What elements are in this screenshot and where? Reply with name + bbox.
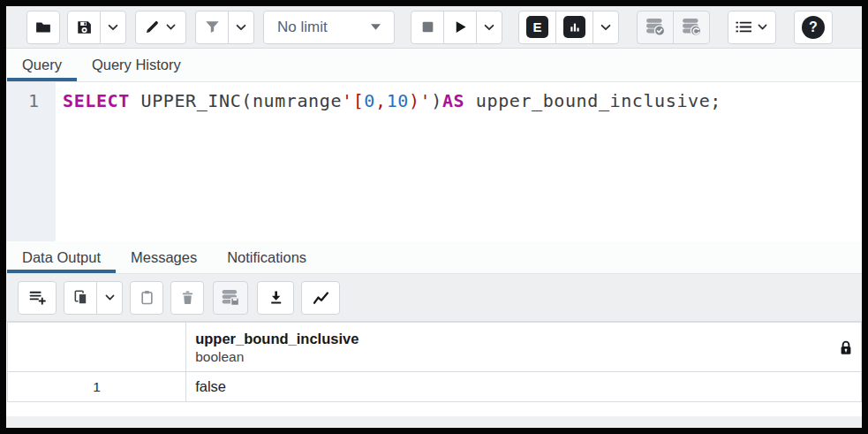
- tab-query-history[interactable]: Query History: [77, 49, 196, 81]
- explain-dropdown-button[interactable]: [593, 11, 619, 44]
- help-button[interactable]: ?: [794, 11, 833, 44]
- save-dropdown-chevron-icon: [107, 21, 119, 34]
- macro-list-icon: [736, 20, 751, 34]
- edit-group: [135, 11, 186, 44]
- save-icon: [76, 19, 92, 35]
- paste-button[interactable]: [130, 281, 163, 315]
- save-data-changes-button[interactable]: [213, 281, 248, 315]
- transaction-group: [637, 11, 710, 44]
- save-data-changes-icon: [221, 289, 240, 307]
- edit-icon: [145, 19, 160, 34]
- rollback-icon: [681, 18, 702, 36]
- save-data-group: [213, 281, 248, 315]
- commit-icon: [645, 18, 666, 36]
- explain-group: E: [518, 11, 619, 44]
- copy-dropdown-button[interactable]: [96, 281, 123, 315]
- sql-code-line[interactable]: SELECT UPPER_INC(numrange'[0,10)')AS upp…: [56, 82, 862, 241]
- tab-query[interactable]: Query: [7, 49, 77, 81]
- save-dropdown-button[interactable]: [100, 11, 126, 44]
- copy-group: [64, 281, 123, 315]
- add-row-icon: [29, 290, 46, 305]
- column-header-cell[interactable]: upper_bound_inclusive boolean: [186, 323, 862, 372]
- result-grid: upper_bound_inclusive boolean 1 false: [7, 322, 862, 402]
- macro-dropdown-chevron-icon: [757, 21, 768, 33]
- open-file-icon: [35, 19, 51, 35]
- help-icon: ?: [802, 16, 825, 39]
- delete-group: [170, 281, 204, 315]
- execute-dropdown-button[interactable]: [476, 11, 502, 44]
- macro-group: [728, 11, 776, 44]
- copy-button[interactable]: [64, 281, 97, 315]
- filter-button[interactable]: [195, 11, 229, 44]
- column-name: upper_bound_inclusive: [195, 330, 359, 348]
- tab-data-output[interactable]: Data Output: [7, 241, 116, 273]
- filter-dropdown-chevron-icon: [235, 21, 247, 34]
- edit-button[interactable]: [135, 11, 186, 44]
- row-limit-caret-icon: [371, 24, 381, 30]
- data-output-panel: upper_bound_inclusive boolean 1 false: [6, 322, 862, 428]
- grid-data-row: 1 false: [8, 372, 862, 402]
- filter-dropdown-button[interactable]: [228, 11, 254, 44]
- tab-query-history-label: Query History: [92, 57, 181, 73]
- editor-gutter: 1: [6, 82, 56, 241]
- tab-query-label: Query: [22, 57, 62, 73]
- stop-button[interactable]: [411, 11, 444, 44]
- download-icon: [268, 290, 283, 305]
- execute-dropdown-chevron-icon: [483, 21, 495, 34]
- results-empty-area: [6, 402, 862, 416]
- open-file-group: [26, 11, 60, 44]
- tab-notifications[interactable]: Notifications: [212, 241, 321, 273]
- delete-button[interactable]: [170, 281, 204, 315]
- edit-dropdown-chevron-icon: [165, 21, 177, 33]
- save-group: [67, 11, 126, 44]
- rollback-button[interactable]: [673, 11, 710, 44]
- tab-data-output-label: Data Output: [22, 249, 101, 266]
- explain-analyze-icon: [563, 16, 585, 38]
- graph-visualiser-icon: [313, 291, 329, 305]
- tab-notifications-label: Notifications: [227, 249, 306, 266]
- copy-icon: [73, 290, 88, 305]
- copy-dropdown-chevron-icon: [104, 292, 116, 303]
- macro-button[interactable]: [728, 11, 776, 44]
- main-toolbar: No limit E: [6, 6, 862, 49]
- explain-button[interactable]: E: [518, 11, 556, 44]
- save-button[interactable]: [67, 11, 101, 44]
- row-limit-select[interactable]: No limit: [263, 11, 395, 44]
- execute-button[interactable]: [443, 11, 477, 44]
- data-output-toolbar: [6, 274, 862, 322]
- tab-messages[interactable]: Messages: [116, 241, 212, 273]
- add-row-button[interactable]: [18, 281, 57, 315]
- stop-icon: [420, 19, 435, 34]
- add-row-group: [18, 281, 57, 315]
- graph-group: [301, 281, 340, 315]
- row-number-header-cell[interactable]: [8, 323, 186, 372]
- line-number: 1: [6, 89, 39, 113]
- help-group: ?: [794, 11, 833, 44]
- download-button[interactable]: [257, 281, 294, 315]
- row-number-cell[interactable]: 1: [8, 372, 186, 402]
- sql-editor[interactable]: 1 SELECT UPPER_INC(numrange'[0,10)')AS u…: [6, 82, 862, 241]
- filter-icon: [205, 19, 220, 34]
- explain-analyze-button[interactable]: [555, 11, 593, 44]
- download-group: [257, 281, 294, 315]
- value-cell[interactable]: false: [186, 372, 862, 402]
- explain-icon: E: [526, 16, 548, 38]
- horizontal-scrollbar-track[interactable]: [6, 416, 862, 428]
- open-file-button[interactable]: [26, 11, 60, 44]
- row-limit-value: No limit: [277, 19, 328, 36]
- query-tool-window: No limit E: [6, 6, 862, 428]
- column-type: boolean: [195, 348, 359, 366]
- query-tabbar: Query Query History: [6, 49, 862, 82]
- execute-icon: [453, 19, 468, 34]
- delete-icon: [180, 290, 195, 305]
- explain-dropdown-chevron-icon: [600, 21, 612, 34]
- grid-header-row: upper_bound_inclusive boolean: [8, 323, 862, 372]
- paste-group: [130, 281, 163, 315]
- graph-visualiser-button[interactable]: [301, 281, 340, 315]
- tab-messages-label: Messages: [131, 249, 197, 266]
- lock-icon: [838, 339, 854, 356]
- commit-button[interactable]: [637, 11, 674, 44]
- paste-icon: [140, 290, 155, 305]
- output-tabbar: Data Output Messages Notifications: [6, 241, 862, 274]
- execute-group: [411, 11, 502, 44]
